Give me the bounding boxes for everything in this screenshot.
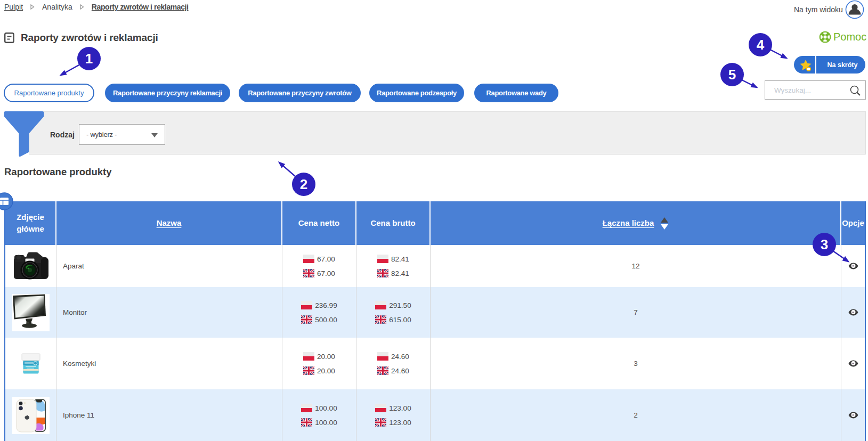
svg-text:5: 5 <box>728 67 736 83</box>
svg-text:1: 1 <box>85 51 93 67</box>
svg-text:2: 2 <box>300 176 307 192</box>
svg-text:4: 4 <box>757 37 765 53</box>
